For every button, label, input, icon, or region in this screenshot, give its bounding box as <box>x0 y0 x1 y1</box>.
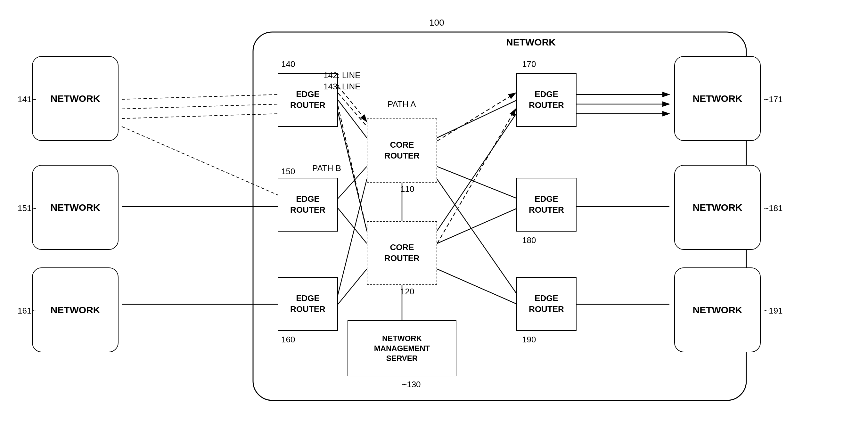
label-150: 150 <box>281 166 295 177</box>
core-router-1: COREROUTER <box>367 119 437 183</box>
label-path-b: PATH B <box>312 163 341 173</box>
label-181: ~181 <box>764 203 783 213</box>
svg-line-22 <box>122 104 279 109</box>
svg-line-7 <box>338 179 367 295</box>
svg-line-24 <box>122 127 279 195</box>
svg-line-21 <box>122 94 279 99</box>
svg-line-9 <box>437 100 517 138</box>
svg-line-19 <box>338 106 368 237</box>
svg-line-23 <box>122 114 279 119</box>
network-141: NETWORK <box>32 56 119 141</box>
svg-line-12 <box>437 208 517 244</box>
label-path-a: PATH A <box>388 99 416 109</box>
network-161: NETWORK <box>32 267 119 352</box>
label-100: 100 <box>429 18 444 28</box>
network-141-label: NETWORK <box>51 92 100 105</box>
label-161: 161~ <box>18 306 36 316</box>
network-151: NETWORK <box>32 165 119 250</box>
svg-line-6 <box>338 208 367 244</box>
label-120: 120 <box>400 287 414 296</box>
edge-router-150: EDGEROUTER <box>278 178 338 231</box>
core-router-2-label: COREROUTER <box>384 242 420 264</box>
edge-router-160-label: EDGEROUTER <box>290 293 326 315</box>
nms-label: NETWORKMANAGEMENTSERVER <box>374 334 430 364</box>
svg-line-14 <box>437 269 517 304</box>
svg-line-11 <box>437 166 517 198</box>
nms-box: NETWORKMANAGEMENTSERVER <box>347 320 457 376</box>
diagram: NETWORK 100 COREROUTER 110 COREROUTER 12… <box>0 0 868 442</box>
label-191: ~191 <box>764 306 783 316</box>
network-181: NETWORK <box>674 165 761 250</box>
edge-router-180-label: EDGEROUTER <box>529 194 564 216</box>
label-180: 180 <box>522 235 536 245</box>
svg-line-13 <box>437 179 517 295</box>
network-171: NETWORK <box>674 56 761 141</box>
label-170: 170 <box>522 59 536 69</box>
svg-line-20 <box>437 109 516 244</box>
label-151: 151~ <box>18 203 36 213</box>
svg-line-8 <box>338 269 367 304</box>
edge-router-190: EDGEROUTER <box>516 277 577 331</box>
edge-router-140: EDGEROUTER <box>278 73 338 127</box>
label-171: ~171 <box>764 94 783 104</box>
label-142: 142: LINE <box>323 70 361 81</box>
network-main-label: NETWORK <box>506 37 556 48</box>
network-171-label: NETWORK <box>693 92 742 105</box>
label-160: 160 <box>281 335 295 345</box>
network-181-label: NETWORK <box>693 201 742 214</box>
svg-line-17 <box>338 93 368 128</box>
label-140: 140 <box>281 59 295 69</box>
svg-line-5 <box>338 166 367 198</box>
edge-router-180: EDGEROUTER <box>516 178 577 231</box>
edge-router-140-label: EDGEROUTER <box>290 89 326 111</box>
label-110: 110 <box>400 184 414 194</box>
edge-router-150-label: EDGEROUTER <box>290 194 326 216</box>
label-143: 143: LINE <box>323 82 361 92</box>
edge-router-190-label: EDGEROUTER <box>529 293 564 315</box>
svg-line-3 <box>338 100 367 138</box>
edge-router-170: EDGEROUTER <box>516 73 577 127</box>
network-151-label: NETWORK <box>51 201 100 214</box>
label-190: 190 <box>522 335 536 345</box>
core-router-2: COREROUTER <box>367 221 437 285</box>
label-130: ~130 <box>402 380 421 389</box>
network-191-label: NETWORK <box>693 304 742 316</box>
network-161-label: NETWORK <box>51 304 100 316</box>
svg-line-18 <box>437 93 516 141</box>
svg-line-4 <box>338 112 367 231</box>
edge-router-170-label: EDGEROUTER <box>529 89 564 111</box>
label-141: 141~ <box>18 94 36 104</box>
edge-router-160: EDGEROUTER <box>278 277 338 331</box>
core-router-1-label: COREROUTER <box>384 140 420 161</box>
network-191: NETWORK <box>674 267 761 352</box>
svg-line-10 <box>437 112 517 231</box>
